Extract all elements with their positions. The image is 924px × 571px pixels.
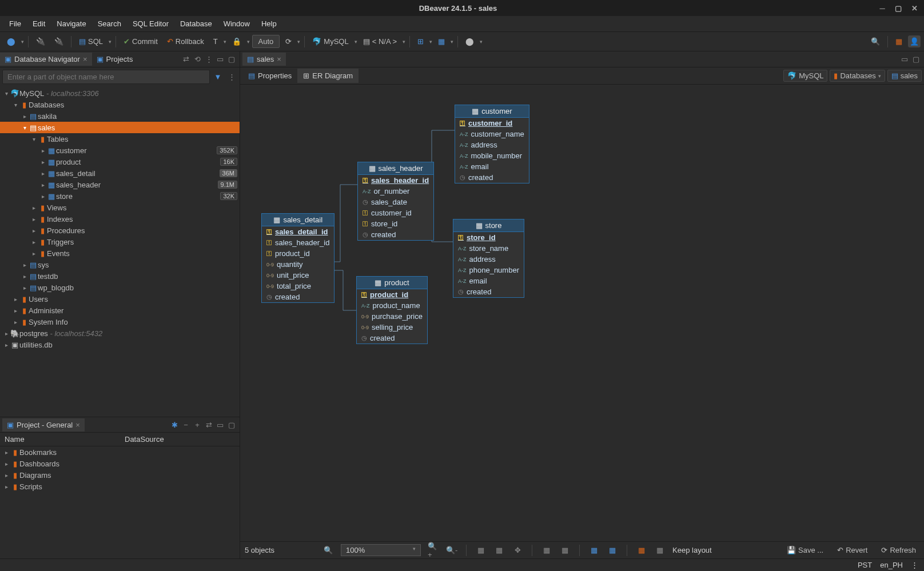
tree-indexes[interactable]: ▸▮Indexes <box>0 213 240 225</box>
link2-icon[interactable]: ⇄ <box>203 419 214 430</box>
menu2-icon[interactable]: ⋮ <box>226 71 237 83</box>
menu-edit[interactable]: Edit <box>27 18 51 30</box>
tab-db-navigator[interactable]: ▣Database Navigator× <box>0 53 92 66</box>
tree-connection-utilities[interactable]: ▸▣utilities.db <box>0 339 240 350</box>
max2-icon[interactable]: ▢ <box>226 419 237 430</box>
close-icon[interactable]: ✕ <box>909 3 919 13</box>
tab-projects[interactable]: ▣Projects <box>92 53 138 66</box>
close-tab-icon[interactable]: × <box>83 55 87 63</box>
commit-button[interactable]: ✔ Commit <box>120 36 161 47</box>
zoom-icon[interactable]: 🔍 <box>322 545 334 556</box>
user-icon[interactable]: 👤 <box>908 35 921 47</box>
tool-icon1[interactable]: ⊞ <box>414 36 427 47</box>
tx-icon[interactable]: T <box>210 36 221 47</box>
tree-table-sales-header[interactable]: ▸▦sales_header9.1M <box>0 179 240 190</box>
minus-icon[interactable]: − <box>180 419 192 430</box>
sync-icon[interactable]: ⟳ <box>282 36 295 47</box>
proj-bookmarks[interactable]: ▸▮Bookmarks <box>0 446 240 458</box>
tool-icon2[interactable]: ▦ <box>435 36 448 47</box>
menu-database[interactable]: Database <box>174 18 218 30</box>
grid1-icon[interactable]: ▦ <box>541 545 552 556</box>
tree-procedures[interactable]: ▸▮Procedures <box>0 225 240 236</box>
tree-connection-postgres[interactable]: ▸🐘postgres - localhost:5432 <box>0 328 240 339</box>
tree-db-testdb[interactable]: ▸▤testdb <box>0 270 240 282</box>
export2-icon[interactable]: ▦ <box>607 545 618 556</box>
plus-icon[interactable]: + <box>192 419 203 430</box>
tree-db-sales[interactable]: ▾▤sales <box>0 122 240 133</box>
resize-grip-icon[interactable]: ⋮ <box>911 561 918 569</box>
grid2-icon[interactable]: ▦ <box>559 545 571 556</box>
tool-icon3[interactable]: ⬤ <box>462 36 477 47</box>
menu-window[interactable]: Window <box>218 18 256 30</box>
tree-table-customer[interactable]: ▸▦customer352K <box>0 145 240 156</box>
refresh-icon[interactable]: ⟲ <box>192 54 203 65</box>
disconnect-icon[interactable]: 🔌 <box>51 36 67 47</box>
minimize-icon[interactable]: ─ <box>877 3 887 13</box>
tree-databases[interactable]: ▾▮Databases <box>0 99 240 110</box>
col-datasource[interactable]: DataSource <box>120 433 169 446</box>
rollback-button[interactable]: ↶ Rollback <box>164 36 208 47</box>
menu-help[interactable]: Help <box>256 18 282 30</box>
tree-db-sakila[interactable]: ▸▤sakila <box>0 110 240 122</box>
close-editor-icon[interactable]: × <box>277 55 281 63</box>
editor-tab-sales[interactable]: ▤sales× <box>242 53 286 66</box>
perspective-icon[interactable]: ▦ <box>892 36 906 47</box>
tree-triggers[interactable]: ▸▮Triggers <box>0 236 240 247</box>
entity-customer[interactable]: ▦ customer⚿ customer_idA-Z customer_name… <box>455 105 529 183</box>
move-icon[interactable]: ✥ <box>512 545 523 556</box>
schema-selector[interactable]: ▤ < N/A > <box>360 36 400 47</box>
menu-icon[interactable]: ⋮ <box>203 54 214 65</box>
tree-table-store[interactable]: ▸▦store32K <box>0 190 240 202</box>
min-icon[interactable]: ▭ <box>214 54 226 65</box>
keep-layout[interactable]: Keep layout <box>672 546 712 554</box>
entity-sales-header[interactable]: ▦ sales_header⚿ sales_header_idA-Z or_nu… <box>357 162 434 241</box>
tree-users[interactable]: ▸▮Users <box>0 293 240 305</box>
tree-views[interactable]: ▸▮Views <box>0 202 240 213</box>
menu-search[interactable]: Search <box>92 18 127 30</box>
tree-tables[interactable]: ▾▮Tables <box>0 133 240 145</box>
tree-table-product[interactable]: ▸▦product16K <box>0 156 240 167</box>
filter-icon[interactable]: ▼ <box>212 71 224 83</box>
subtab-properties[interactable]: ▤Properties <box>242 69 297 83</box>
menu-sqleditor[interactable]: SQL Editor <box>127 18 174 30</box>
proj-scripts[interactable]: ▸▮Scripts <box>0 481 240 492</box>
cfg1-icon[interactable]: ▦ <box>636 545 647 556</box>
emin-icon[interactable]: ▭ <box>899 54 910 65</box>
save-button[interactable]: 💾 Save ... <box>783 545 827 556</box>
tree-events[interactable]: ▸▮Events <box>0 247 240 259</box>
export1-icon[interactable]: ▦ <box>588 545 600 556</box>
cfg2-icon[interactable]: ▦ <box>654 545 666 556</box>
layout1-icon[interactable]: ▦ <box>475 545 487 556</box>
lock-icon[interactable]: 🔒 <box>229 36 245 47</box>
nav-search-input[interactable] <box>2 70 210 84</box>
refresh-button[interactable]: ⟳ Refresh <box>878 545 919 556</box>
menu-navigate[interactable]: Navigate <box>51 18 91 30</box>
sql-button[interactable]: ▤ SQL <box>75 36 106 47</box>
star-icon[interactable]: ✱ <box>169 419 180 430</box>
maximize-icon[interactable]: ▢ <box>893 3 903 13</box>
connect-icon[interactable]: ⬤ <box>3 36 19 47</box>
min2-icon[interactable]: ▭ <box>214 419 226 430</box>
erd-canvas[interactable]: ▦ customer⚿ customer_idA-Z customer_name… <box>240 85 924 541</box>
tree-connection-mysql[interactable]: ▾🐬MySQL - localhost:3306 <box>0 87 240 99</box>
zoomin-icon[interactable]: 🔍+ <box>428 545 439 556</box>
link-icon[interactable]: ⇄ <box>180 54 192 65</box>
proj-dashboards[interactable]: ▸▮Dashboards <box>0 458 240 469</box>
entity-sales-detail[interactable]: ▦ sales_detail⚿ sales_detail_id⚿ sales_h… <box>261 213 334 303</box>
entity-product[interactable]: ▦ product⚿ product_idA-Z product_name0-9… <box>356 276 428 344</box>
tree-systeminfo[interactable]: ▸▮System Info <box>0 316 240 328</box>
proj-diagrams[interactable]: ▸▮Diagrams <box>0 469 240 481</box>
menu-file[interactable]: File <box>3 18 27 30</box>
tree-administer[interactable]: ▸▮Administer <box>0 305 240 316</box>
tree-table-sales-detail[interactable]: ▸▦sales_detail36M <box>0 167 240 179</box>
zoomout-icon[interactable]: 🔍- <box>446 545 457 556</box>
emax-icon[interactable]: ▢ <box>910 54 922 65</box>
plug-icon[interactable]: 🔌 <box>33 36 49 47</box>
bc-databases[interactable]: ▮Databases▾ <box>830 70 885 82</box>
tab-project[interactable]: ▣Project - General× <box>2 418 85 432</box>
auto-button[interactable]: Auto <box>252 35 280 48</box>
entity-store[interactable]: ▦ store⚿ store_idA-Z store_nameA-Z addre… <box>453 219 524 298</box>
tree-db-sys[interactable]: ▸▤sys <box>0 259 240 270</box>
revert-button[interactable]: ↶ Revert <box>834 545 871 556</box>
bc-mysql[interactable]: 🐬MySQL <box>783 70 827 82</box>
